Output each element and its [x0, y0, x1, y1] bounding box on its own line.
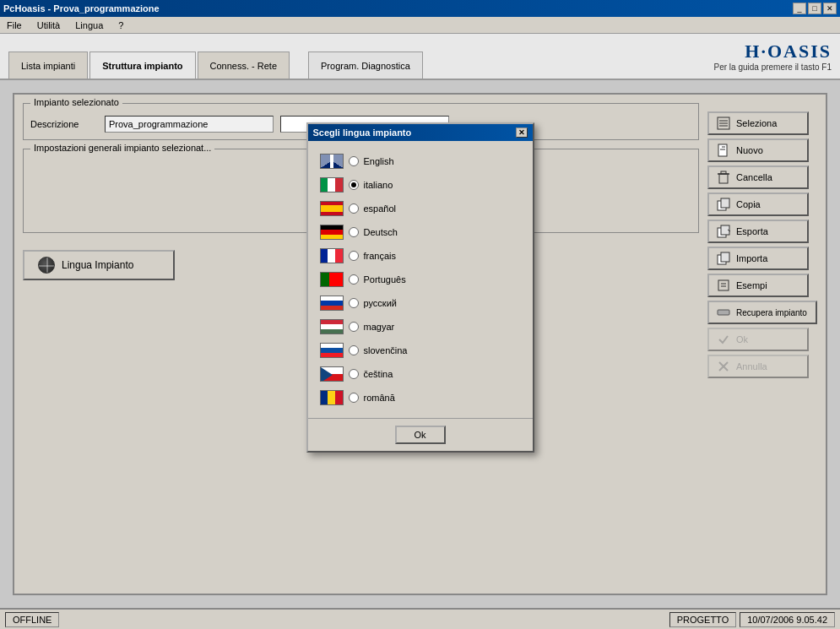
recupera-button[interactable]: Recupera impianto: [707, 301, 817, 324]
lang-label-francais: français: [364, 251, 397, 261]
radio-slovencina[interactable]: [349, 345, 359, 355]
status-datetime: 10/07/2006 9.05.42: [740, 612, 835, 627]
nuovo-button[interactable]: Nuovo: [707, 138, 809, 162]
tab-conness-rete[interactable]: Conness. - Rete: [198, 52, 290, 79]
tab-lista-impianti[interactable]: Lista impianti: [8, 52, 88, 79]
lang-label-english: English: [364, 156, 394, 166]
radio-cestina[interactable]: [349, 369, 359, 379]
svg-rect-16: [721, 252, 729, 262]
cancella-label: Cancella: [736, 172, 772, 182]
lingua-btn-label: Lingua Impianto: [62, 259, 133, 271]
minimize-button[interactable]: _: [793, 3, 806, 14]
window-title: PcHoasis - Prova_programmazione: [3, 3, 160, 14]
lang-row-francais[interactable]: français: [317, 244, 524, 268]
close-button[interactable]: ✕: [823, 3, 837, 14]
radio-francais[interactable]: [349, 251, 359, 261]
recupera-label: Recupera impianto: [736, 308, 807, 317]
copia-icon: [716, 197, 731, 212]
maximize-button[interactable]: □: [808, 3, 821, 14]
dialog-content: English italiano español: [308, 141, 533, 418]
lang-row-slovencina[interactable]: slovenčina: [317, 339, 524, 362]
lang-label-magyar: magyar: [364, 322, 395, 332]
tab-struttura-impianto[interactable]: Struttura impianto: [89, 52, 195, 79]
status-offline: OFFLINE: [5, 612, 59, 627]
seleziona-button[interactable]: Seleziona: [707, 111, 809, 135]
esporta-button[interactable]: Esporta: [707, 220, 809, 243]
lang-row-cestina[interactable]: čeština: [317, 362, 524, 386]
radio-russian[interactable]: [349, 298, 359, 308]
svg-rect-9: [721, 171, 726, 174]
logo-area: H·OASIS Per la guida premere il tasto F1: [713, 41, 832, 72]
svg-rect-20: [718, 310, 729, 315]
desc-input[interactable]: [105, 116, 274, 133]
annulla-label: Annulla: [736, 361, 767, 371]
flag-czech: [320, 366, 344, 382]
nuovo-icon: [716, 143, 731, 158]
ok-sidebar-label: Ok: [736, 334, 748, 344]
menu-file[interactable]: File: [3, 19, 25, 31]
flag-uk: [320, 154, 344, 169]
ok-sidebar-button: Ok: [707, 328, 809, 351]
main-content: Impianto selezionato Descrizione Imposta…: [0, 80, 840, 608]
svg-rect-17: [718, 280, 729, 290]
menu-bar: File Utilità Lingua ?: [0, 17, 840, 34]
esporta-label: Esporta: [736, 226, 768, 236]
radio-romana[interactable]: [349, 393, 359, 403]
importa-label: Importa: [736, 253, 767, 263]
seleziona-label: Seleziona: [736, 118, 777, 128]
lang-row-russian[interactable]: русский: [317, 291, 524, 315]
lang-row-romana[interactable]: română: [317, 386, 524, 409]
radio-magyar[interactable]: [349, 322, 359, 332]
radio-english[interactable]: [349, 156, 359, 166]
lang-label-slovencina: slovenčina: [364, 345, 408, 355]
menu-utilita[interactable]: Utilità: [34, 19, 64, 31]
lang-label-russian: русский: [364, 298, 397, 308]
cancella-button[interactable]: Cancella: [707, 165, 809, 189]
fieldset-general-legend: Impostazioni generali impianto seleziona…: [30, 143, 214, 153]
svg-rect-4: [718, 144, 727, 156]
lang-row-magyar[interactable]: magyar: [317, 315, 524, 339]
dialog-close-button[interactable]: ✕: [516, 127, 528, 138]
lang-row-espanol[interactable]: español: [317, 197, 524, 220]
flag-germany: [320, 225, 344, 240]
flag-italy: [320, 177, 344, 192]
radio-espanol[interactable]: [349, 203, 359, 214]
nuovo-label: Nuovo: [736, 145, 763, 155]
copia-button[interactable]: Copia: [707, 192, 809, 216]
lang-label-deutsch: Deutsch: [364, 227, 398, 237]
lang-row-deutsch[interactable]: Deutsch: [317, 220, 524, 244]
radio-deutsch[interactable]: [349, 227, 359, 237]
ok-sidebar-icon: [716, 332, 731, 347]
help-hint: Per la guida premere il tasto F1: [713, 62, 832, 72]
radio-portugues[interactable]: [349, 274, 359, 285]
esporta-icon: [716, 224, 731, 239]
annulla-button: Annulla: [707, 355, 809, 378]
flag-france: [320, 248, 344, 263]
dialog-ok-button[interactable]: Ok: [395, 426, 446, 444]
lang-row-italiano[interactable]: italiano: [317, 173, 524, 197]
menu-lingua[interactable]: Lingua: [72, 19, 106, 31]
svg-rect-7: [719, 174, 728, 183]
dialog-title: Scegli lingua impianto: [313, 127, 412, 138]
radio-italiano[interactable]: [349, 180, 359, 190]
recupera-icon: [716, 305, 731, 320]
lang-label-cestina: čeština: [364, 369, 393, 379]
importa-button[interactable]: Importa: [707, 247, 809, 270]
svg-rect-11: [721, 198, 729, 208]
flag-hungary: [320, 319, 344, 334]
copia-label: Copia: [736, 199, 761, 209]
logo: H·OASIS: [745, 41, 832, 62]
esempi-icon: [716, 278, 731, 293]
flag-slovakia: [320, 343, 344, 358]
tab-program-diagnostica[interactable]: Program. Diagnostica: [308, 52, 423, 79]
flag-spain: [320, 201, 344, 216]
annulla-icon: [716, 359, 731, 374]
lang-row-english[interactable]: English: [317, 149, 524, 173]
esempi-button[interactable]: Esempi: [707, 274, 809, 297]
menu-help[interactable]: ?: [115, 19, 127, 31]
lingua-impianto-button[interactable]: Lingua Impianto: [23, 250, 175, 280]
lang-label-portugues: Português: [364, 274, 406, 285]
lang-row-portugues[interactable]: Português: [317, 268, 524, 291]
language-dialog: Scegli lingua impianto ✕ English italian…: [306, 122, 534, 453]
flag-russia: [320, 296, 344, 311]
